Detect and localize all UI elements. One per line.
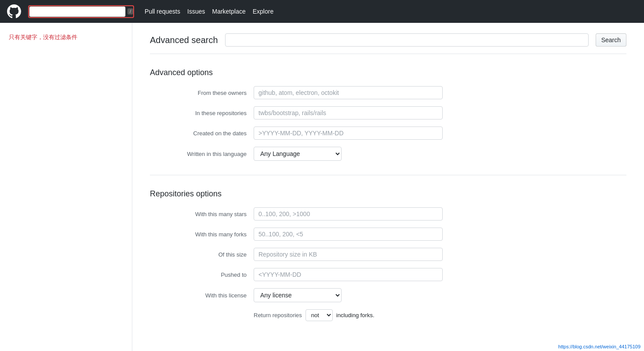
created-dates-row: Created on the dates [150,127,626,140]
section-divider [150,175,626,175]
navbar-link-issues[interactable]: Issues [187,8,205,15]
navbar-link-pull-requests[interactable]: Pull requests [145,8,180,15]
search-button[interactable]: Search [596,33,626,47]
from-owners-label: From these owners [150,90,247,96]
pushed-to-label: Pushed to [150,271,247,278]
license-row: With this license Any license Apache-2.0… [150,288,626,302]
repositories-options-section: Repositories options With this many star… [150,189,626,321]
advanced-search-title: Advanced search [150,35,218,45]
many-stars-row: With this many stars [150,207,626,221]
in-repositories-input[interactable] [254,106,443,119]
sidebar-message: 只有关键字，没有过滤条件 [9,34,77,40]
from-owners-input[interactable] [254,86,443,99]
search-input-border: SpringBoot / [28,5,134,18]
advanced-search-input[interactable]: SpringBoot [225,33,589,47]
return-repos-prefix: Return repositories [254,312,302,318]
search-box-wrapper: SpringBoot / [28,5,134,18]
navbar-links: Pull requests Issues Marketplace Explore [145,8,273,15]
return-repos-row: Return repositories not only including f… [254,309,626,321]
this-size-input[interactable] [254,248,443,261]
created-dates-label: Created on the dates [150,130,247,137]
many-forks-input[interactable] [254,228,443,241]
from-owners-row: From these owners [150,86,626,99]
return-repos-select[interactable]: not only [306,309,333,321]
navbar-search-input[interactable]: SpringBoot [29,6,126,17]
navbar-link-marketplace[interactable]: Marketplace [212,8,245,15]
search-kbd: / [127,8,133,14]
language-select[interactable]: Any Language JavaScript Python Java Type… [254,147,342,161]
many-forks-row: With this many forks [150,228,626,241]
github-logo[interactable] [7,4,21,18]
in-repositories-row: In these repositories [150,106,626,119]
license-label: With this license [150,292,247,299]
pushed-to-row: Pushed to [150,268,626,281]
this-size-label: Of this size [150,251,247,258]
many-stars-label: With this many stars [150,211,247,217]
many-stars-input[interactable] [254,207,443,221]
return-repos-suffix: including forks. [336,312,375,318]
advanced-options-title: Advanced options [150,68,626,77]
license-select[interactable]: Any license Apache-2.0 MIT GPL-2.0 GPL-3… [254,288,342,302]
many-forks-label: With this many forks [150,231,247,238]
language-row: Written in this language Any Language Ja… [150,147,626,161]
repositories-options-title: Repositories options [150,189,626,199]
footer-url: https://blog.csdn.net/weixin_44175109 [558,344,640,349]
navbar: SpringBoot / Pull requests Issues Market… [0,0,644,23]
sidebar: 只有关键字，没有过滤条件 [0,23,132,351]
navbar-link-explore[interactable]: Explore [253,8,273,15]
advanced-options-section: Advanced options From these owners In th… [150,68,626,161]
created-dates-input[interactable] [254,127,443,140]
this-size-row: Of this size [150,248,626,261]
content-area: Advanced search SpringBoot Search Advanc… [132,23,644,351]
main-container: 只有关键字，没有过滤条件 Advanced search SpringBoot … [0,23,644,351]
in-repositories-label: In these repositories [150,110,247,116]
language-label: Written in this language [150,151,247,157]
pushed-to-input[interactable] [254,268,443,281]
advanced-search-header: Advanced search SpringBoot Search [150,33,626,54]
